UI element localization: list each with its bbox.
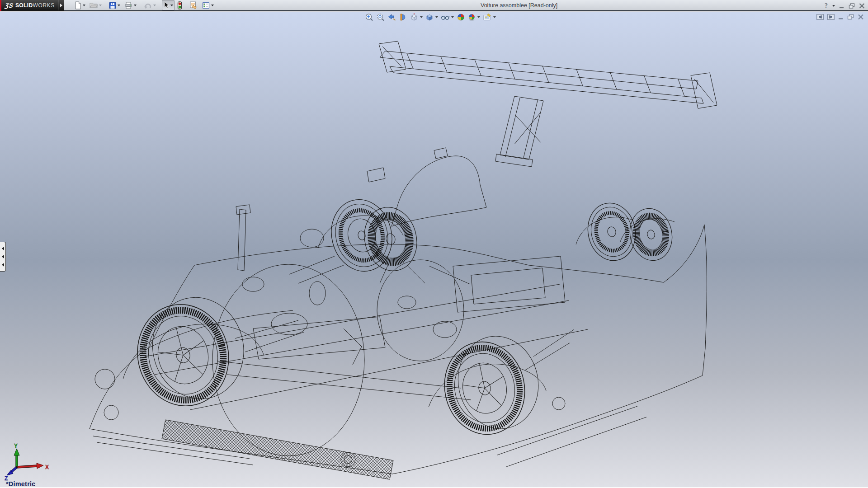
left-arrow-icon xyxy=(2,255,4,258)
zoom-to-fit-icon xyxy=(365,13,374,21)
options-button[interactable] xyxy=(201,0,215,10)
chevron-down-icon[interactable] xyxy=(211,5,214,6)
apply-scene-button[interactable] xyxy=(467,13,481,22)
chevron-down-icon[interactable] xyxy=(435,16,438,18)
triad-x-label: X xyxy=(45,464,49,470)
view-orientation-button[interactable] xyxy=(410,13,424,22)
options-checklist-icon xyxy=(202,2,210,9)
open-button[interactable] xyxy=(88,0,103,10)
zoom-to-fit-button[interactable] xyxy=(364,13,374,22)
select-tool-button[interactable] xyxy=(162,0,175,10)
titlebar: ƷS SOLID WORKS xyxy=(0,0,868,11)
undo-icon xyxy=(144,2,152,9)
close-icon xyxy=(859,3,865,9)
next-window-button[interactable] xyxy=(827,14,835,20)
save-button[interactable] xyxy=(108,0,122,10)
menu-expand-arrow[interactable] xyxy=(58,0,64,11)
right-arrow-icon xyxy=(60,4,62,7)
view-settings-icon xyxy=(483,13,492,21)
display-style-icon xyxy=(425,13,434,21)
new-document-icon xyxy=(75,1,81,9)
previous-view-button[interactable] xyxy=(387,13,397,22)
minimize-button[interactable] xyxy=(839,3,844,9)
main-toolbar xyxy=(73,0,215,10)
left-arrow-icon xyxy=(2,263,4,267)
minimize-icon xyxy=(839,3,844,9)
chevron-down-icon[interactable] xyxy=(153,5,156,6)
hide-show-items-icon xyxy=(441,13,450,21)
new-document-button[interactable] xyxy=(73,0,87,10)
document-close-button[interactable] xyxy=(858,14,864,20)
view-settings-button[interactable] xyxy=(482,13,497,22)
section-view-button[interactable] xyxy=(398,13,408,22)
section-view-icon xyxy=(399,13,408,21)
document-restore-button[interactable] xyxy=(847,14,854,20)
rebuild-traffic-light-icon xyxy=(177,1,182,9)
chevron-down-icon[interactable] xyxy=(99,5,102,6)
chevron-down-icon[interactable] xyxy=(134,5,137,6)
close-button[interactable] xyxy=(859,3,865,9)
dassault-3ds-icon: ƷS xyxy=(5,2,14,9)
restore-icon xyxy=(849,3,855,9)
view-orientation-icon xyxy=(410,13,419,21)
window-title: Voiture assomblee [Read-only] xyxy=(481,0,557,11)
chevron-down-icon[interactable] xyxy=(170,5,173,6)
previous-window-icon xyxy=(816,14,824,20)
hide-show-items-button[interactable] xyxy=(440,13,455,22)
undo-button[interactable] xyxy=(142,0,157,10)
wheel-front-far xyxy=(324,193,400,277)
zoom-to-area-icon xyxy=(376,13,385,21)
brake-disc-rear-far xyxy=(625,205,677,265)
triad-y-label: Y xyxy=(14,443,18,449)
display-style-button[interactable] xyxy=(425,13,439,22)
restore-icon xyxy=(847,14,854,20)
minimize-icon xyxy=(838,14,844,20)
rebuild-button[interactable] xyxy=(176,0,184,10)
orientation-triad: Y X Z xyxy=(3,443,53,483)
document-window-controls xyxy=(816,14,864,20)
window-controls: ? xyxy=(825,0,865,11)
chevron-down-icon[interactable] xyxy=(420,16,423,18)
wheel-rear-near xyxy=(435,328,547,442)
print-icon xyxy=(124,2,132,9)
chevron-down-icon[interactable] xyxy=(83,5,85,6)
edit-appearance-button[interactable] xyxy=(456,13,466,22)
solidworks-logo: ƷS SOLID WORKS xyxy=(0,0,58,11)
help-chevron-down-icon[interactable] xyxy=(832,5,835,7)
previous-window-button[interactable] xyxy=(816,14,824,20)
open-folder-icon xyxy=(90,2,98,9)
edit-appearance-icon xyxy=(457,13,465,21)
previous-view-icon xyxy=(387,13,396,21)
chevron-down-icon[interactable] xyxy=(118,5,120,6)
logo-text-bold: SOLID xyxy=(15,2,33,9)
graphics-viewport[interactable]: Y X Z *Dimetric xyxy=(0,12,868,488)
apply-scene-icon xyxy=(467,13,476,21)
print-button[interactable] xyxy=(123,0,138,10)
model-wireframe[interactable] xyxy=(0,12,868,488)
wheel-rear-far xyxy=(583,199,641,265)
file-properties-icon xyxy=(189,1,198,9)
left-arrow-icon xyxy=(2,247,4,250)
save-icon xyxy=(109,2,116,9)
feature-manager-flyout-tab[interactable] xyxy=(0,242,6,272)
wheel-front-near xyxy=(126,288,255,416)
logo-text-light: WORKS xyxy=(33,2,55,9)
zoom-to-area-button[interactable] xyxy=(376,13,386,22)
document-minimize-button[interactable] xyxy=(838,14,844,20)
close-icon xyxy=(858,14,864,20)
chevron-down-icon[interactable] xyxy=(451,16,454,18)
headsup-view-toolbar xyxy=(364,13,497,22)
restore-button[interactable] xyxy=(849,3,855,9)
chevron-down-icon[interactable] xyxy=(477,16,480,18)
select-cursor-icon xyxy=(163,1,169,9)
help-button[interactable]: ? xyxy=(825,2,828,9)
view-orientation-label: *Dimetric xyxy=(6,480,35,488)
file-properties-button[interactable] xyxy=(188,0,199,10)
chevron-down-icon[interactable] xyxy=(493,16,496,18)
next-window-icon xyxy=(827,14,835,20)
